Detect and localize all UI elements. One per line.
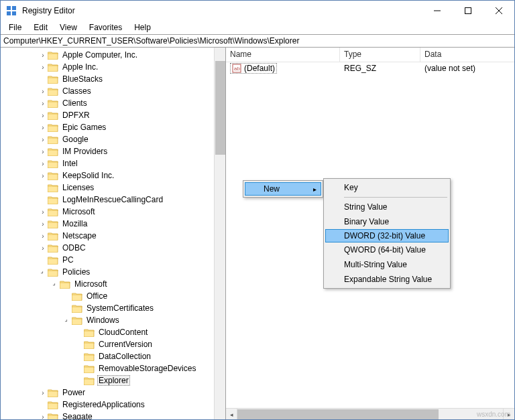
tree-item[interactable]: ›IM Providers	[2, 145, 225, 157]
submenu-item[interactable]: Multi-String Value	[325, 257, 449, 272]
chevron-right-icon[interactable]: ›	[38, 148, 48, 155]
tree-item[interactable]: DataCollection	[2, 350, 225, 362]
tree-item[interactable]: PC	[2, 254, 225, 266]
tree-scrollbar[interactable]	[214, 48, 225, 419]
chevron-right-icon: ▸	[313, 186, 317, 193]
tree-item-label: Power	[61, 388, 87, 397]
chevron-right-icon[interactable]: ›	[38, 220, 48, 228]
tree-item[interactable]: ›Microsoft	[2, 278, 225, 290]
svg-rect-5	[465, 7, 471, 13]
tree-item[interactable]: Licenses	[2, 182, 225, 194]
submenu-item[interactable]: String Value	[325, 200, 449, 214]
chevron-right-icon[interactable]: ›	[38, 244, 48, 252]
svg-rect-2	[7, 11, 11, 15]
tree-item[interactable]: ›Classes	[2, 85, 225, 97]
chevron-right-icon[interactable]: ›	[38, 88, 48, 95]
tree-item-label: DataCollection	[97, 352, 152, 361]
tree-item[interactable]: ›Apple Inc.	[2, 61, 225, 73]
tree-item[interactable]: Explorer	[2, 374, 225, 387]
tree-item[interactable]: ›Seagate	[2, 411, 225, 419]
chevron-right-icon[interactable]: ›	[38, 160, 48, 167]
tree-item[interactable]: ›Apple Computer, Inc.	[2, 49, 225, 61]
col-name[interactable]: Name	[226, 48, 340, 62]
submenu-item[interactable]: Expandable String Value	[325, 272, 449, 287]
chevron-down-icon[interactable]: ›	[38, 269, 48, 276]
chevron-right-icon[interactable]: ›	[38, 52, 48, 59]
tree-item[interactable]: ›Microsoft	[2, 206, 225, 218]
tree-item-label: CloudContent	[97, 328, 149, 337]
tree-item-label: RegisteredApplications	[61, 400, 146, 409]
chevron-right-icon[interactable]: ›	[38, 124, 48, 131]
list-row[interactable]: ab(Default)REG_SZ(value not set)	[226, 62, 514, 74]
chevron-right-icon[interactable]: ›	[38, 208, 48, 216]
svg-text:ab: ab	[234, 66, 240, 72]
tree-item[interactable]: ›Google	[2, 133, 225, 145]
context-menu-new[interactable]: New ▸	[245, 182, 321, 196]
menu-view[interactable]: View	[54, 21, 82, 33]
folder-icon	[48, 159, 58, 168]
tree-item[interactable]: ›DPFXR	[2, 109, 225, 121]
tree-item[interactable]: ›Power	[2, 387, 225, 399]
tree-item[interactable]: RemovableStorageDevices	[2, 362, 225, 374]
hscroll-track[interactable]	[237, 409, 503, 419]
col-type[interactable]: Type	[340, 48, 420, 62]
tree-item[interactable]: ›Netscape	[2, 230, 225, 242]
tree-item[interactable]: LogMeInRescueCallingCard	[2, 194, 225, 206]
tree-item-label: Apple Computer, Inc.	[61, 50, 139, 60]
submenu-item[interactable]: Key	[325, 180, 449, 195]
minimize-button[interactable]	[422, 1, 453, 20]
tree-item[interactable]: ›Policies	[2, 266, 225, 278]
app-icon	[6, 5, 17, 16]
chevron-right-icon[interactable]: ›	[38, 172, 48, 180]
chevron-right-icon[interactable]: ›	[38, 112, 48, 119]
address-bar[interactable]: Computer\HKEY_CURRENT_USER\Software\Poli…	[1, 34, 514, 48]
chevron-right-icon[interactable]: ›	[38, 136, 48, 143]
tree-item[interactable]: SystemCertificates	[2, 302, 225, 314]
tree-item[interactable]: ›ODBC	[2, 242, 225, 254]
col-data[interactable]: Data	[420, 48, 514, 62]
menu-file[interactable]: File	[3, 21, 27, 33]
chevron-down-icon[interactable]: ›	[50, 281, 60, 288]
chevron-right-icon[interactable]: ›	[38, 232, 48, 240]
tree-item[interactable]: ›Windows	[2, 314, 225, 326]
folder-icon	[48, 413, 58, 420]
tree-item-label: Mozilla	[61, 219, 89, 228]
hscroll-thumb[interactable]	[237, 409, 439, 419]
chevron-right-icon[interactable]: ›	[38, 413, 48, 420]
hscroll-left-arrow[interactable]: ◂	[226, 409, 237, 420]
cell-data: (value not set)	[420, 64, 514, 73]
chevron-down-icon[interactable]: ›	[62, 317, 72, 324]
window-title: Registry Editor	[22, 6, 422, 15]
tree-item-label: Epic Games	[61, 123, 107, 132]
submenu-item[interactable]: DWORD (32-bit) Value	[325, 229, 449, 242]
tree-item[interactable]: CurrentVersion	[2, 338, 225, 350]
menu-favorites[interactable]: Favorites	[84, 21, 127, 33]
maximize-button[interactable]	[453, 1, 483, 20]
tree-item[interactable]: ›Clients	[2, 97, 225, 109]
tree-item[interactable]: CloudContent	[2, 326, 225, 338]
tree-item[interactable]: ›Mozilla	[2, 218, 225, 230]
chevron-right-icon[interactable]: ›	[38, 64, 48, 71]
menu-edit[interactable]: Edit	[28, 21, 53, 33]
menu-help[interactable]: Help	[129, 21, 156, 33]
context-menu-parent[interactable]: New ▸	[243, 180, 323, 198]
chevron-right-icon[interactable]: ›	[38, 100, 48, 107]
tree-item[interactable]: BlueStacks	[2, 73, 225, 85]
tree-item[interactable]: RegisteredApplications	[2, 399, 225, 411]
chevron-right-icon[interactable]: ›	[38, 389, 48, 397]
close-button[interactable]	[483, 1, 514, 20]
list-header[interactable]: Name Type Data	[226, 48, 514, 62]
tree-scroll-thumb[interactable]	[215, 61, 225, 155]
submenu-item[interactable]: Binary Value	[325, 214, 449, 229]
registry-tree[interactable]: ›Apple Computer, Inc.›Apple Inc.BlueStac…	[1, 48, 225, 419]
folder-icon	[48, 51, 58, 60]
folder-icon	[48, 171, 58, 180]
context-submenu-new[interactable]: KeyString ValueBinary ValueDWORD (32-bit…	[323, 178, 451, 289]
tree-item[interactable]: ›KeepSolid Inc.	[2, 169, 225, 182]
tree-item[interactable]: Office	[2, 290, 225, 302]
tree-item[interactable]: ›Intel	[2, 157, 225, 169]
watermark: wsxdn.com	[477, 411, 510, 418]
submenu-item[interactable]: QWORD (64-bit) Value	[325, 242, 449, 257]
list-hscrollbar[interactable]: ◂ ▸	[226, 408, 514, 419]
tree-item[interactable]: ›Epic Games	[2, 121, 225, 133]
